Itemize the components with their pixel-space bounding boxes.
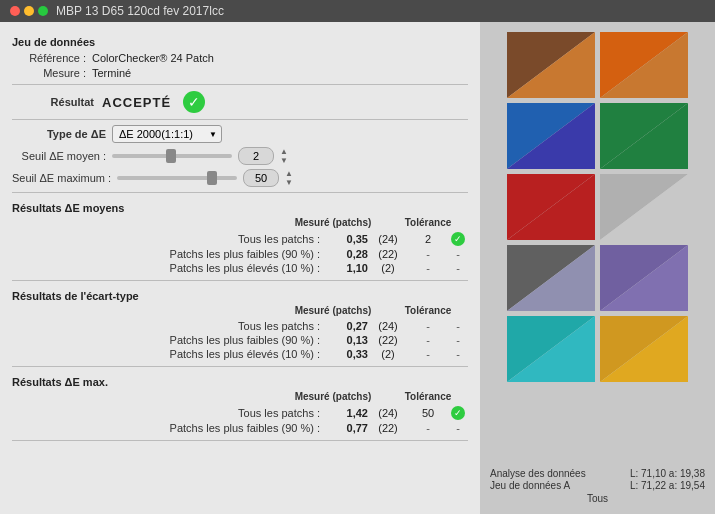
row-count-1-1: (22) bbox=[368, 334, 408, 346]
row-val-2-1: 0,77 bbox=[328, 422, 368, 434]
color-swatch-4[interactable] bbox=[507, 174, 595, 240]
main-layout: Jeu de données Référence : ColorChecker®… bbox=[0, 22, 715, 514]
slider-mean-row: Seuil ΔE moyen : 2 ▲▼ bbox=[12, 147, 468, 165]
result-label: Résultat bbox=[12, 96, 102, 108]
row-icon-1-1: - bbox=[448, 334, 468, 346]
row-icon-2-0: ✓ bbox=[448, 406, 468, 420]
window-controls[interactable] bbox=[10, 6, 48, 16]
results-section-header-1: Résultats de l'écart-type bbox=[12, 286, 468, 304]
result-check-icon: ✓ bbox=[183, 91, 205, 113]
row-val-0-2: 1,10 bbox=[328, 262, 368, 274]
measure-label: Mesure : bbox=[12, 67, 92, 79]
color-swatch-0[interactable] bbox=[507, 32, 595, 98]
col-headers-2: Mesuré (patchs)Tolérance bbox=[12, 390, 468, 403]
swatch-bottom-1 bbox=[600, 32, 688, 98]
color-swatch-3[interactable] bbox=[600, 103, 688, 169]
table-row-0-0: Tous les patchs :0,35(24)2✓ bbox=[12, 231, 468, 247]
bottom-info-value-2: L: 71,22 a: 19,54 bbox=[630, 480, 705, 491]
row-icon-2-1: - bbox=[448, 422, 468, 434]
bottom-info: Analyse des données L: 71,10 a: 19,38 Je… bbox=[488, 468, 707, 504]
slider-mean-arrows[interactable]: ▲▼ bbox=[280, 147, 288, 165]
results-section-0: Résultats ΔE moyensMesuré (patchs)Toléra… bbox=[12, 198, 468, 275]
row-tol-2-1: - bbox=[408, 422, 448, 434]
row-count-2-0: (24) bbox=[368, 407, 408, 419]
col-mesure-1: Mesuré (patchs) bbox=[278, 305, 388, 316]
row-val-0-0: 0,35 bbox=[328, 233, 368, 245]
maximize-button[interactable] bbox=[38, 6, 48, 16]
reference-value: ColorChecker® 24 Patch bbox=[92, 52, 214, 64]
slider-mean-container: 2 ▲▼ bbox=[112, 147, 288, 165]
divider-2 bbox=[12, 119, 468, 120]
slider-max-row: Seuil ΔE maximum : 50 ▲▼ bbox=[12, 169, 468, 187]
color-swatch-2[interactable] bbox=[507, 103, 595, 169]
title-bar: MBP 13 D65 120cd fev 2017lcc bbox=[0, 0, 715, 22]
col-tolerance-1: Tolérance bbox=[388, 305, 468, 316]
color-swatch-1[interactable] bbox=[600, 32, 688, 98]
row-tol-0-1: - bbox=[408, 248, 448, 260]
row-count-0-2: (2) bbox=[368, 262, 408, 274]
color-grid bbox=[507, 32, 688, 382]
color-swatch-5[interactable] bbox=[600, 174, 688, 240]
tables-container: Résultats ΔE moyensMesuré (patchs)Toléra… bbox=[12, 198, 468, 441]
col-mesure-0: Mesuré (patchs) bbox=[278, 217, 388, 228]
color-swatch-9[interactable] bbox=[600, 316, 688, 382]
minimize-button[interactable] bbox=[24, 6, 34, 16]
small-check-icon-2-0: ✓ bbox=[451, 406, 465, 420]
row-label-2-0: Tous les patchs : bbox=[12, 407, 328, 419]
color-swatch-7[interactable] bbox=[600, 245, 688, 311]
slider-max-thumb[interactable] bbox=[207, 171, 217, 185]
divider-1 bbox=[12, 84, 468, 85]
bottom-info-row-2: Jeu de données A L: 71,22 a: 19,54 bbox=[490, 480, 705, 491]
delta-type-row: Type de ΔE ΔE 2000(1:1:1) bbox=[12, 125, 468, 143]
row-icon-0-0: ✓ bbox=[448, 232, 468, 246]
left-panel: Jeu de données Référence : ColorChecker®… bbox=[0, 22, 480, 514]
row-tol-1-1: - bbox=[408, 334, 448, 346]
row-icon-1-2: - bbox=[448, 348, 468, 360]
row-tol-2-0: 50 bbox=[408, 407, 448, 419]
row-icon-0-1: - bbox=[448, 248, 468, 260]
swatch-bottom-7 bbox=[600, 245, 688, 311]
measure-value: Terminé bbox=[92, 67, 131, 79]
results-section-1: Résultats de l'écart-typeMesuré (patchs)… bbox=[12, 286, 468, 361]
slider-mean-label: Seuil ΔE moyen : bbox=[12, 150, 112, 162]
slider-max-track[interactable] bbox=[117, 176, 237, 180]
result-value: ACCEPTÉ bbox=[102, 95, 171, 110]
results-section-header-0: Résultats ΔE moyens bbox=[12, 198, 468, 216]
color-swatch-8[interactable] bbox=[507, 316, 595, 382]
row-tol-0-0: 2 bbox=[408, 233, 448, 245]
reference-row: Référence : ColorChecker® 24 Patch bbox=[12, 52, 468, 64]
row-count-1-2: (2) bbox=[368, 348, 408, 360]
divider-after-table-0 bbox=[12, 280, 468, 281]
row-label-1-0: Tous les patchs : bbox=[12, 320, 328, 332]
close-button[interactable] bbox=[10, 6, 20, 16]
col-headers-1: Mesuré (patchs)Tolérance bbox=[12, 304, 468, 317]
row-label-0-1: Patchs les plus faibles (90 %) : bbox=[12, 248, 328, 260]
col-headers-0: Mesuré (patchs)Tolérance bbox=[12, 216, 468, 229]
row-count-0-0: (24) bbox=[368, 233, 408, 245]
row-count-0-1: (22) bbox=[368, 248, 408, 260]
swatch-bottom-2 bbox=[507, 103, 595, 169]
slider-max-arrows[interactable]: ▲▼ bbox=[285, 169, 293, 187]
row-val-0-1: 0,28 bbox=[328, 248, 368, 260]
slider-mean-track[interactable] bbox=[112, 154, 232, 158]
delta-type-dropdown[interactable]: ΔE 2000(1:1:1) bbox=[112, 125, 222, 143]
bottom-info-label-2: Jeu de données A bbox=[490, 480, 570, 491]
row-tol-1-2: - bbox=[408, 348, 448, 360]
slider-mean-thumb[interactable] bbox=[166, 149, 176, 163]
col-tolerance-2: Tolérance bbox=[388, 391, 468, 402]
result-row: Résultat ACCEPTÉ ✓ bbox=[12, 91, 468, 113]
data-section-title: Jeu de données bbox=[12, 36, 468, 48]
row-val-1-0: 0,27 bbox=[328, 320, 368, 332]
swatch-bottom-5 bbox=[600, 174, 688, 240]
row-label-0-0: Tous les patchs : bbox=[12, 233, 328, 245]
swatch-bottom-9 bbox=[600, 316, 688, 382]
swatch-bottom-4 bbox=[507, 174, 595, 240]
row-label-2-1: Patchs les plus faibles (90 %) : bbox=[12, 422, 328, 434]
color-swatch-6[interactable] bbox=[507, 245, 595, 311]
row-label-0-2: Patchs les plus élevés (10 %) : bbox=[12, 262, 328, 274]
table-row-0-2: Patchs les plus élevés (10 %) :1,10(2)-- bbox=[12, 261, 468, 275]
measure-row: Mesure : Terminé bbox=[12, 67, 468, 79]
table-row-1-2: Patchs les plus élevés (10 %) :0,33(2)-- bbox=[12, 347, 468, 361]
row-icon-1-0: - bbox=[448, 320, 468, 332]
small-check-icon-0-0: ✓ bbox=[451, 232, 465, 246]
